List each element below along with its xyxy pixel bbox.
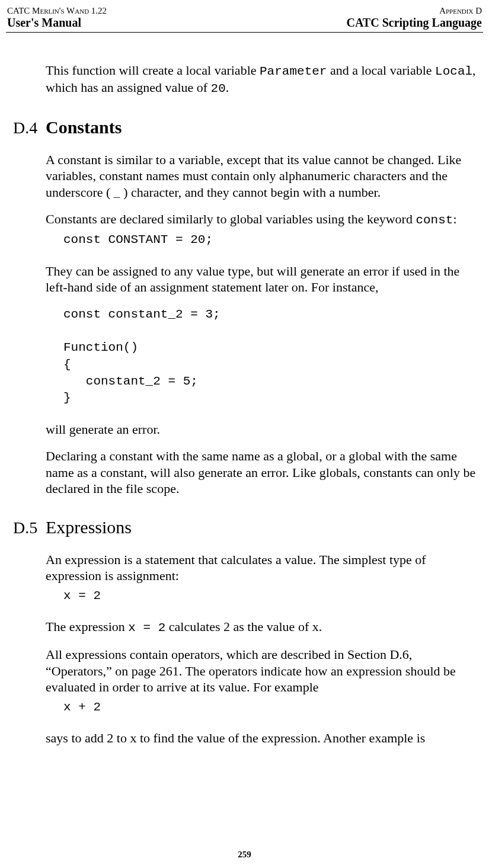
code-inline: Parameter [260,65,327,78]
d4-p1: A constant is similar to a variable, exc… [46,152,476,201]
d5-p3: All expressions contain operators, which… [46,646,476,696]
d5-p4: says to add 2 to x to find the value of … [46,730,476,747]
text: ) character, and they cannot begin with … [120,185,381,200]
page-number: 259 [238,850,251,859]
d4-p2: Constants are declared similarly to glob… [46,211,476,228]
text: This function will create a local variab… [46,63,260,78]
text: Constants are declared similarly to glob… [46,212,416,226]
section-title: Expressions [46,517,132,537]
section-title: Constants [46,117,122,137]
d5-p2: The expression x = 2 calculates 2 as the… [46,619,476,636]
section-d5-heading: D.5 Expressions [13,517,476,537]
header-bottom-right: CATC Scripting Language [346,16,482,30]
code-inline: Local [435,65,472,78]
code-inline: x = 2 [128,621,165,635]
text: : [453,212,456,226]
intro-paragraph: This function will create a local variab… [46,62,476,97]
text: The expression [46,619,128,634]
d4-p5: Declaring a constant with the same name … [46,448,476,497]
page-footer: 259 [0,850,489,860]
header-top-right: Appendix D [439,6,482,16]
d4-p3: They can be assigned to any value type, … [46,263,476,296]
underscore-char: _ [114,188,120,200]
d5-code2: x + 2 [63,699,476,716]
d5-p1: An expression is a statement that calcul… [46,552,476,584]
text: . [226,80,229,95]
header-bottom: User's Manual CATC Scripting Language [6,16,483,33]
text: and a local variable [327,63,435,78]
code-inline: 20 [211,82,226,95]
code-inline: const [416,213,453,227]
d4-code2: const constant_2 = 3; Function() { const… [63,306,476,407]
section-d4-heading: D.4 Constants [13,117,476,137]
header-top: CATC Merlin's Wand 1.22 Appendix D [6,6,483,16]
section-number: D.5 [13,518,46,537]
header-bottom-left: User's Manual [7,16,81,30]
text: calculates 2 as the value of x. [165,619,322,634]
d5-code1: x = 2 [63,588,476,604]
d4-p4: will generate an error. [46,421,476,438]
header-top-left: CATC Merlin's Wand 1.22 [7,6,107,16]
d4-code1: const CONSTANT = 20; [63,232,476,248]
section-number: D.4 [13,118,46,137]
